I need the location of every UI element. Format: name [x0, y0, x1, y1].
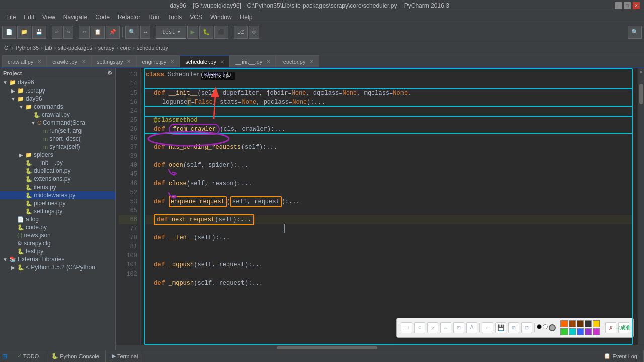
- tab-settings-close[interactable]: ✕: [127, 59, 131, 64]
- color-green[interactable]: [560, 328, 568, 335]
- debug-btn[interactable]: 🐛: [199, 26, 213, 39]
- settings-btn[interactable]: ⚙: [249, 26, 259, 39]
- tree-scrapycfg[interactable]: ⚙ scrapy.cfg: [0, 239, 115, 247]
- toolbar-save[interactable]: 💾: [32, 26, 46, 39]
- code-editor[interactable]: 13 14 15 16 24 25 26 36 37 39 40 45 46 5…: [116, 68, 644, 345]
- anno-undo[interactable]: ↩: [482, 322, 493, 333]
- anno-remove[interactable]: ⊟: [521, 322, 532, 333]
- tree-crawlall[interactable]: 🐍 crawlall.py: [0, 111, 115, 119]
- scroll-up-btn[interactable]: ▲: [640, 69, 642, 74]
- color-cyan[interactable]: [569, 328, 576, 335]
- menu-navigate[interactable]: Navigate: [59, 13, 91, 22]
- tree-syntax[interactable]: m syntax(self): [0, 143, 115, 151]
- toolbar-find[interactable]: 🔍: [125, 26, 139, 39]
- bc-core[interactable]: core: [120, 45, 131, 51]
- tree-settings[interactable]: 🐍 settings.py: [0, 207, 115, 215]
- color-purple[interactable]: [585, 328, 592, 335]
- tab-init-close[interactable]: ✕: [266, 59, 270, 64]
- maximize-btn[interactable]: □: [624, 2, 631, 9]
- toolbar-redo[interactable]: ↪: [63, 26, 74, 39]
- tree-commands[interactable]: ▼ 📁 commands: [0, 103, 115, 111]
- tab-python-console[interactable]: 🐍 Python Console: [45, 350, 106, 363]
- anno-ellipse[interactable]: ○: [414, 322, 425, 333]
- tab-settings[interactable]: settings.py ✕: [91, 55, 137, 67]
- anno-cancel[interactable]: ✗: [605, 322, 616, 333]
- bc-lib[interactable]: Lib: [45, 45, 52, 51]
- git-btn[interactable]: ⎇: [234, 26, 248, 39]
- tab-crawler[interactable]: crawler.py ✕: [47, 55, 91, 67]
- scroll-thumb[interactable]: [639, 84, 643, 104]
- tree-pipelines[interactable]: 🐍 pipelines.py: [0, 199, 115, 207]
- menu-run[interactable]: Run: [144, 13, 164, 22]
- tree-spiders[interactable]: ▶ 📁 spiders: [0, 151, 115, 159]
- tab-crawler-close[interactable]: ✕: [82, 59, 86, 64]
- color-darkbrown[interactable]: [577, 320, 584, 327]
- tab-init[interactable]: __init__.py ✕: [230, 55, 276, 67]
- tree-command-class[interactable]: ▼ C Command(Scra: [0, 119, 115, 127]
- tab-reactor-close[interactable]: ✕: [310, 59, 314, 64]
- anno-text[interactable]: A: [466, 322, 477, 333]
- color-white[interactable]: [543, 324, 548, 329]
- bc-python35[interactable]: Python35: [16, 45, 39, 51]
- menu-window[interactable]: Window: [206, 13, 236, 22]
- toolbar-new[interactable]: 📄: [2, 26, 16, 39]
- tree-run-method[interactable]: m run(self, arg: [0, 127, 115, 135]
- tab-crawlall[interactable]: crawlall.py ✕: [2, 55, 47, 67]
- bc-scheduler[interactable]: scheduler.py: [137, 45, 168, 51]
- tree-external[interactable]: ▼ 📚 External Libraries: [0, 255, 115, 263]
- color-magenta[interactable]: [593, 328, 600, 335]
- toolbar-open[interactable]: 📁: [17, 26, 31, 39]
- scrollbar-vertical[interactable]: ▲: [638, 68, 644, 345]
- tree-extensions[interactable]: 🐍 extensions.py: [0, 175, 115, 183]
- color-blue[interactable]: [577, 328, 584, 335]
- toolbar-replace[interactable]: ↔: [140, 26, 151, 39]
- toolbar-cut[interactable]: ✂: [79, 26, 90, 39]
- bc-c[interactable]: C:: [4, 45, 10, 51]
- anno-add[interactable]: ⊞: [508, 322, 519, 333]
- menu-help[interactable]: Help: [236, 13, 257, 22]
- run-config[interactable]: test ▾: [156, 26, 186, 39]
- tab-scheduler[interactable]: scheduler.py ✕: [180, 55, 230, 67]
- tree-newsjson[interactable]: { } news.json: [0, 231, 115, 239]
- tab-reactor[interactable]: reactor.py ✕: [276, 55, 319, 67]
- color-active[interactable]: [549, 324, 556, 331]
- tree-duplication[interactable]: 🐍 duplication.py: [0, 167, 115, 175]
- menu-edit[interactable]: Edit: [20, 13, 38, 22]
- tree-short-desc[interactable]: m short_desc(: [0, 135, 115, 143]
- run-btn[interactable]: ▶: [187, 26, 198, 39]
- tree-middlewares[interactable]: 🐍 middlewares.py: [0, 191, 115, 199]
- tree-day96-sub[interactable]: ▼ 📁 day96: [0, 95, 115, 103]
- menu-view[interactable]: View: [38, 13, 59, 22]
- anno-pen[interactable]: ✏: [440, 322, 451, 333]
- color-orange[interactable]: [560, 320, 568, 327]
- tab-terminal[interactable]: ▶ Terminal: [106, 350, 145, 363]
- tab-event-log[interactable]: 📋 Event Log: [598, 350, 644, 363]
- color-yellow[interactable]: [593, 320, 600, 327]
- close-btn[interactable]: ✕: [633, 2, 640, 9]
- tree-day96-root[interactable]: ▼ 📁 day96: [0, 78, 115, 86]
- toolbar-paste[interactable]: 📌: [106, 26, 120, 39]
- tree-init[interactable]: 🐍 __init__.py: [0, 159, 115, 167]
- tab-engine[interactable]: engine.py ✕: [136, 55, 180, 67]
- color-black[interactable]: [537, 324, 542, 329]
- menu-vcs[interactable]: VCS: [186, 13, 206, 22]
- code-content[interactable]: class Scheduler(object): def __init__(se…: [141, 68, 638, 345]
- bc-scrapy[interactable]: scrapy: [98, 45, 114, 51]
- anno-rectangle[interactable]: □: [401, 322, 412, 333]
- tab-todo[interactable]: ✓ TODO: [11, 350, 46, 363]
- tree-items[interactable]: 🐍 items.py: [0, 183, 115, 191]
- color-darkgray[interactable]: [585, 320, 592, 327]
- tree-settings-icon[interactable]: ⚙: [107, 70, 112, 76]
- menu-file[interactable]: File: [2, 13, 20, 22]
- menu-code[interactable]: Code: [91, 13, 114, 22]
- toolbar-undo[interactable]: ↩: [52, 26, 62, 39]
- search-everywhere[interactable]: 🔍: [628, 26, 642, 39]
- anno-crop[interactable]: ⊡: [453, 322, 464, 333]
- tab-engine-close[interactable]: ✕: [170, 59, 174, 64]
- tab-scheduler-close[interactable]: ✕: [220, 59, 224, 65]
- tree-scrapy-hidden[interactable]: ▶ 📁 .scrapy: [0, 86, 115, 95]
- minimize-btn[interactable]: ─: [615, 2, 622, 9]
- tree-code[interactable]: 🐍 code.py: [0, 223, 115, 231]
- stop-btn[interactable]: ⬛: [214, 26, 228, 39]
- menu-refactor[interactable]: Refactor: [114, 13, 144, 22]
